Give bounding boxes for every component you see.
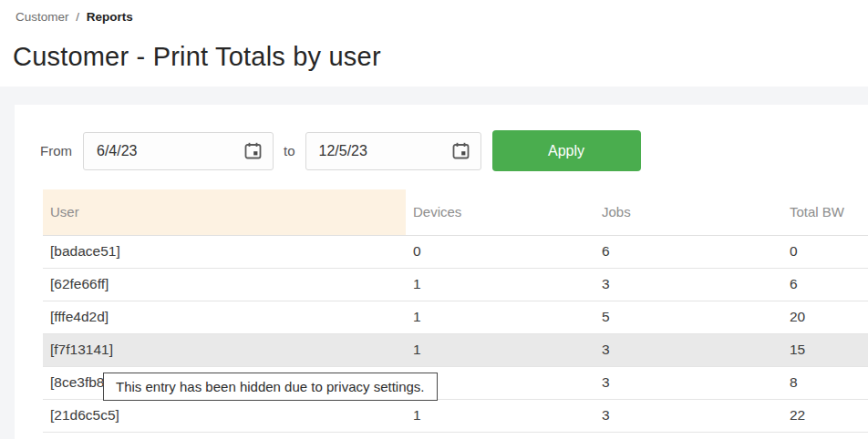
user-id-cell: [62fe66ff] <box>43 268 406 301</box>
table-row[interactable]: [21d6c5c5] 1 3 22 <box>43 399 868 432</box>
jobs-cell: 6 <box>594 235 782 268</box>
date-filter-bar: From to <box>40 130 641 171</box>
devices-cell: 0 <box>406 235 594 268</box>
jobs-cell: 3 <box>594 366 782 399</box>
from-date-input[interactable] <box>97 143 206 159</box>
devices-cell: 1 <box>406 301 594 333</box>
table-row-hovered[interactable]: [f7f13141] 1 3 15 <box>43 333 868 366</box>
to-date-field[interactable] <box>305 132 481 170</box>
jobs-cell: 3 <box>594 333 782 366</box>
devices-cell: 1 <box>406 268 594 301</box>
user-id-cell: [badace51] <box>43 235 406 268</box>
column-header-total-bw[interactable]: Total BW <box>782 189 868 235</box>
table-row[interactable]: [badace51] 0 6 0 <box>43 235 868 268</box>
total-bw-cell: 20 <box>782 301 868 333</box>
table-row[interactable]: [62fe66ff] 1 3 6 <box>43 268 868 301</box>
jobs-cell: 3 <box>594 399 782 432</box>
from-date-field[interactable] <box>83 132 274 170</box>
to-label: to <box>284 143 295 158</box>
calendar-icon[interactable] <box>452 142 470 159</box>
devices-cell: 1 <box>406 399 594 432</box>
breadcrumb-item-reports: Reports <box>87 10 133 24</box>
column-header-user[interactable]: User <box>43 189 406 235</box>
user-id-cell: [f7f13141] <box>43 333 406 366</box>
total-bw-cell: 15 <box>782 333 868 366</box>
table-header-row: User Devices Jobs Total BW <box>43 189 868 235</box>
breadcrumb-separator: / <box>76 10 79 24</box>
table-row[interactable]: [fffe4d2d] 1 5 20 <box>43 301 868 333</box>
devices-cell: 1 <box>406 333 594 366</box>
total-bw-cell: 22 <box>782 399 868 432</box>
user-id-cell: [fffe4d2d] <box>43 301 406 333</box>
jobs-cell: 3 <box>594 268 782 301</box>
total-bw-cell: 8 <box>782 366 868 399</box>
from-label: From <box>40 143 72 158</box>
total-bw-cell: 0 <box>782 235 868 268</box>
apply-button[interactable]: Apply <box>492 130 641 171</box>
user-id-cell: [21d6c5c5] <box>43 399 406 432</box>
jobs-cell: 5 <box>594 301 782 333</box>
to-date-input[interactable] <box>319 143 429 159</box>
calendar-icon[interactable] <box>244 142 262 159</box>
breadcrumb: Customer / Reports <box>16 10 133 24</box>
privacy-tooltip: This entry has been hidden due to privac… <box>103 373 438 401</box>
column-header-jobs[interactable]: Jobs <box>594 189 782 235</box>
total-bw-cell: 6 <box>782 268 868 301</box>
page-title: Customer - Print Totals by user <box>13 42 381 72</box>
column-header-devices[interactable]: Devices <box>406 189 594 235</box>
page-header: Customer / Reports Customer - Print Tota… <box>0 0 868 87</box>
breadcrumb-item-customer[interactable]: Customer <box>16 10 69 24</box>
